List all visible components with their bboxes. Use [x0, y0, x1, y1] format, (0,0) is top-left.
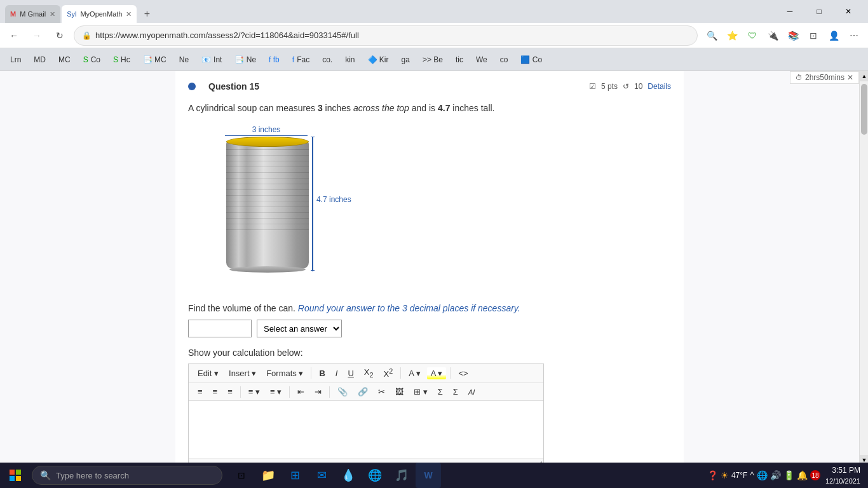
bookmark-co1[interactable]: co.	[317, 52, 337, 67]
tab-active[interactable]: Syl MyOpenMath ✕	[62, 5, 137, 23]
edit-menu[interactable]: Edit ▾	[194, 367, 222, 379]
attach-button[interactable]: 📎	[334, 386, 351, 398]
link-button[interactable]: 🔗	[354, 386, 372, 398]
new-tab-button[interactable]: +	[138, 5, 156, 23]
help-icon[interactable]: ❓	[707, 470, 718, 480]
ai-button[interactable]: AI	[465, 387, 478, 397]
bookmark-mc1[interactable]: MC	[53, 52, 76, 67]
bookmark-fac[interactable]: f Fac	[287, 52, 315, 67]
more-menu-button[interactable]: ⋯	[845, 27, 863, 44]
superscript-button[interactable]: X2	[380, 366, 397, 380]
battery-icon[interactable]: 🔋	[783, 470, 794, 480]
bookmark-co2[interactable]: co	[495, 52, 513, 67]
taskbar-app-7[interactable]: 🎵	[389, 463, 414, 488]
weather-icon[interactable]: ☀	[721, 470, 729, 480]
tab-bar: M M Gmail ✕ Syl MyOpenMath ✕ + ─ □ ✕	[0, 0, 868, 23]
start-button[interactable]	[3, 463, 28, 488]
question-pts-area: ☑ 5 pts ↺ 10 Details	[589, 82, 671, 91]
formats-menu[interactable]: Formats ▾	[262, 367, 307, 379]
toolbar-sep-1	[311, 367, 311, 379]
notification-icon[interactable]: 🔔	[797, 470, 808, 480]
favorites-icon[interactable]: ⭐	[723, 27, 741, 44]
forward-button[interactable]: →	[28, 27, 46, 44]
bookmark-ga[interactable]: ga	[397, 52, 415, 67]
font-color-button[interactable]: A ▾	[405, 367, 424, 379]
taskbar-mail[interactable]: ✉	[309, 463, 334, 488]
network-icon[interactable]: 🌐	[757, 470, 768, 480]
checkbox-icon: ☑	[589, 82, 596, 91]
sidebar-icon[interactable]: ⊡	[804, 27, 822, 44]
bookmark-s-hc[interactable]: S Hc	[108, 52, 135, 67]
find-volume-text: Find the volume of the can. Round your a…	[188, 303, 671, 313]
bookmark-ne1[interactable]: Ne	[174, 52, 194, 67]
image-button[interactable]: 🖼	[391, 386, 407, 398]
chevron-icon[interactable]: ^	[750, 470, 754, 480]
scroll-up-button[interactable]: ▲	[860, 71, 868, 81]
indent-in-button[interactable]: ⇥	[311, 386, 325, 398]
code-button[interactable]: <>	[454, 367, 471, 379]
underline-button[interactable]: U	[344, 367, 357, 379]
ordered-list-button[interactable]: ≡ ▾	[245, 386, 264, 398]
bookmark-kin[interactable]: kin	[340, 52, 360, 67]
tab-gmail[interactable]: M M Gmail ✕	[5, 5, 60, 23]
answer-input[interactable]	[188, 320, 252, 337]
shield-icon[interactable]: 🛡	[743, 27, 761, 44]
indent-out-button[interactable]: ⇤	[294, 386, 308, 398]
editor-body[interactable]	[189, 401, 543, 458]
tab-close-gmail[interactable]: ✕	[50, 10, 55, 18]
bookmark-fb[interactable]: f fb	[264, 52, 285, 67]
table-button[interactable]: ⊞ ▾	[410, 386, 431, 398]
bookmark-lrn[interactable]: Lrn	[5, 52, 26, 67]
toolbar-sep-5	[289, 386, 290, 398]
speaker-icon[interactable]: 🔊	[770, 470, 781, 480]
bold-button[interactable]: B	[315, 367, 329, 379]
sum-button[interactable]: Σ	[434, 386, 447, 398]
align-center-button[interactable]: ≡	[209, 386, 222, 398]
taskbar-word[interactable]: W	[416, 463, 441, 488]
bookmark-be[interactable]: >> Be	[417, 52, 448, 67]
bookmark-co3[interactable]: 🟦 Co	[515, 52, 547, 67]
profile-icon[interactable]: 👤	[825, 27, 843, 44]
close-button[interactable]: ✕	[834, 0, 863, 23]
search-icon[interactable]: 🔍	[703, 27, 721, 44]
can-top	[226, 137, 309, 147]
address-bar[interactable]: 🔒 https://www.myopenmath.com/assess2/?ci…	[74, 25, 698, 46]
formula-button[interactable]: Σ	[449, 386, 462, 398]
bookmark-int[interactable]: 📧 Int	[196, 52, 227, 67]
taskbar-store[interactable]: ⊞	[282, 463, 308, 488]
taskbar-dropbox[interactable]: 💧	[336, 463, 361, 488]
bookmark-ne2[interactable]: 📑 Ne	[229, 52, 261, 67]
answer-select[interactable]: Select an answer cubic inches square inc…	[257, 320, 342, 337]
taskbar-search[interactable]: 🔍 Type here to search	[32, 466, 222, 485]
bookmark-tic[interactable]: tic	[451, 52, 468, 67]
taskbar-edge[interactable]: 🌐	[362, 463, 388, 488]
scroll-thumb[interactable]	[861, 84, 867, 135]
timer-close[interactable]: ✕	[847, 73, 853, 82]
taskbar-clock[interactable]: 3:51 PM 12/10/2021	[825, 466, 860, 485]
taskbar-task-view[interactable]: ⊡	[229, 463, 254, 488]
minimize-button[interactable]: ─	[775, 0, 804, 23]
align-left-button[interactable]: ≡	[194, 386, 207, 398]
unlink-button[interactable]: ✂	[374, 386, 389, 398]
taskbar-file-explorer[interactable]: 📁	[255, 463, 281, 488]
italic-button[interactable]: I	[332, 367, 342, 379]
bookmark-s-co[interactable]: S Co	[78, 52, 105, 67]
align-right-button[interactable]: ≡	[224, 386, 236, 398]
subscript-button[interactable]: X2	[360, 366, 377, 380]
unordered-list-button[interactable]: ≡ ▾	[266, 386, 285, 398]
collections-icon[interactable]: 📚	[784, 27, 802, 44]
maximize-button[interactable]: □	[804, 0, 834, 23]
insert-menu[interactable]: Insert ▾	[225, 367, 260, 379]
lock-icon: 🔒	[82, 31, 92, 40]
tab-close-active[interactable]: ✕	[126, 10, 132, 18]
bookmark-kir[interactable]: 🔷 Kir	[363, 52, 394, 67]
bookmark-mc2[interactable]: 📑 MC	[138, 52, 172, 67]
scrollbar-area[interactable]: ▲ ▼	[859, 71, 868, 465]
details-link[interactable]: Details	[648, 82, 671, 91]
bookmark-we[interactable]: We	[471, 52, 492, 67]
bg-color-button[interactable]: A ▾	[427, 367, 447, 379]
bookmark-md[interactable]: MD	[29, 52, 51, 67]
back-button[interactable]: ←	[5, 27, 23, 44]
extensions-icon[interactable]: 🔌	[764, 27, 782, 44]
refresh-button[interactable]: ↻	[51, 27, 69, 44]
